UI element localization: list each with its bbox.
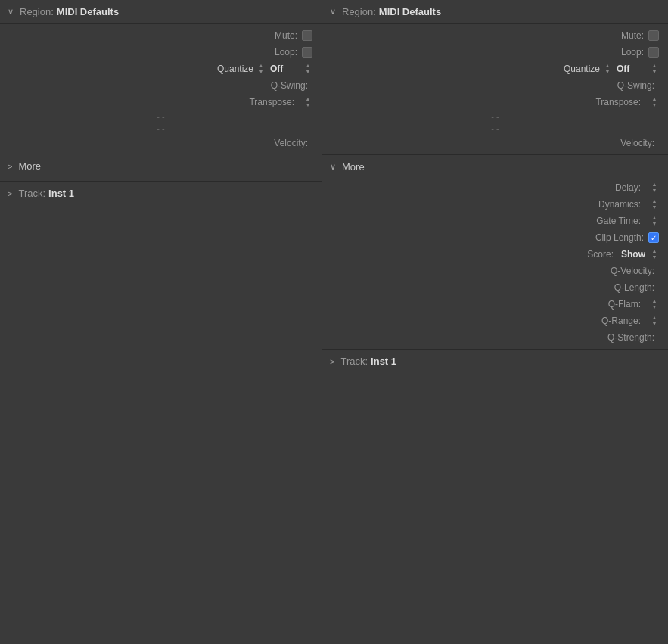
right-dash-row-1: - - <box>322 110 668 123</box>
left-dash-1-text: - - <box>157 112 164 121</box>
right-gate-time-stepper[interactable]: ▲ ▼ <box>650 215 659 227</box>
right-quantize-down-icon[interactable]: ▼ <box>603 69 612 75</box>
right-loop-row: Loop: <box>322 44 668 61</box>
right-transpose-up-icon[interactable]: ▲ <box>650 96 659 102</box>
right-q-range-label: Q-Range: <box>601 316 641 326</box>
left-transpose-stepper[interactable]: ▲ ▼ <box>303 96 312 108</box>
left-quantize-right-down-icon[interactable]: ▼ <box>303 69 312 75</box>
right-clip-length-label: Clip Length: <box>595 232 644 243</box>
right-qswing-row: Q-Swing: <box>322 77 668 94</box>
right-qswing-label: Q-Swing: <box>617 80 654 91</box>
right-form-rows: Mute: Loop: Quantize ▲ ▼ Off ▲ ▼ Q-Swing… <box>322 24 668 154</box>
left-transpose-up-icon[interactable]: ▲ <box>303 96 312 102</box>
right-section-chevron-down-icon[interactable]: ∨ <box>330 7 336 17</box>
right-dynamics-label: Dynamics: <box>598 199 641 210</box>
right-delay-stepper[interactable]: ▲ ▼ <box>650 182 659 194</box>
left-form-rows: Mute: Loop: Quantize ▲ ▼ Off ▲ ▼ Q-Swing… <box>0 24 322 154</box>
left-quantize-up-icon[interactable]: ▲ <box>256 63 266 69</box>
right-dynamics-row: Dynamics: ▲ ▼ <box>322 196 668 213</box>
right-q-range-stepper[interactable]: ▲ ▼ <box>650 315 659 327</box>
right-more-chevron-down-icon[interactable]: ∨ <box>330 162 336 172</box>
left-qswing-label: Q-Swing: <box>271 80 308 91</box>
right-gate-time-down-icon[interactable]: ▼ <box>650 221 659 227</box>
right-section-header[interactable]: ∨ Region: MIDI Defaults <box>322 0 668 24</box>
right-velocity-row: Velocity: <box>322 135 668 151</box>
right-transpose-label: Transpose: <box>595 97 641 107</box>
right-quantize-stepper[interactable]: ▲ ▼ <box>603 63 612 75</box>
right-delay-label: Delay: <box>615 182 641 193</box>
right-score-up-icon[interactable]: ▲ <box>650 248 659 254</box>
right-gate-time-up-icon[interactable]: ▲ <box>650 215 659 221</box>
right-more-expanded-section: Delay: ▲ ▼ Dynamics: ▲ ▼ Gate Time: ▲ ▼ … <box>322 179 668 346</box>
left-transpose-down-icon[interactable]: ▼ <box>303 102 312 108</box>
right-track-row[interactable]: > Track: Inst 1 <box>322 349 668 373</box>
right-score-down-icon[interactable]: ▼ <box>650 254 659 260</box>
right-gate-time-label: Gate Time: <box>596 216 641 226</box>
right-q-flam-up-icon[interactable]: ▲ <box>650 298 659 304</box>
left-velocity-label: Velocity: <box>274 138 308 148</box>
right-loop-checkbox[interactable] <box>648 47 659 58</box>
left-quantize-stepper[interactable]: ▲ ▼ <box>256 63 266 75</box>
right-q-velocity-label: Q-Velocity: <box>611 266 654 276</box>
right-more-row[interactable]: ∨ More <box>322 154 668 179</box>
right-dynamics-up-icon[interactable]: ▲ <box>650 198 659 204</box>
right-clip-length-checkbox[interactable]: ✓ <box>648 232 659 243</box>
right-q-flam-row: Q-Flam: ▲ ▼ <box>322 296 668 313</box>
right-q-flam-down-icon[interactable]: ▼ <box>650 304 659 310</box>
right-transpose-down-icon[interactable]: ▼ <box>650 102 659 108</box>
left-more-chevron-right-icon[interactable]: > <box>8 162 12 171</box>
right-dynamics-stepper[interactable]: ▲ ▼ <box>650 198 659 210</box>
right-track-name: Inst 1 <box>371 356 396 367</box>
right-quantize-right-up-icon[interactable]: ▲ <box>650 63 659 69</box>
right-quantize-value: Off <box>617 64 647 74</box>
right-delay-row: Delay: ▲ ▼ <box>322 179 668 196</box>
left-more-row[interactable]: > More <box>0 154 322 178</box>
right-score-stepper[interactable]: ▲ ▼ <box>650 248 659 260</box>
right-score-value: Show <box>621 249 645 260</box>
left-transpose-row: Transpose: ▲ ▼ <box>0 94 322 110</box>
left-loop-row: Loop: <box>0 44 322 61</box>
left-mute-checkbox[interactable] <box>302 30 312 41</box>
right-q-range-row: Q-Range: ▲ ▼ <box>322 313 668 329</box>
right-dash-1-text: - - <box>491 112 499 121</box>
right-dash-2-text: - - <box>491 124 499 133</box>
left-dash-2-text: - - <box>157 124 164 133</box>
left-track-label: Track: <box>18 188 45 199</box>
right-delay-up-icon[interactable]: ▲ <box>650 182 659 188</box>
right-q-range-up-icon[interactable]: ▲ <box>650 315 659 321</box>
left-mute-row: Mute: <box>0 27 322 44</box>
left-quantize-right-stepper[interactable]: ▲ ▼ <box>303 63 312 75</box>
right-transpose-stepper[interactable]: ▲ ▼ <box>650 96 659 108</box>
right-quantize-up-icon[interactable]: ▲ <box>603 63 612 69</box>
left-track-row[interactable]: > Track: Inst 1 <box>0 181 322 205</box>
right-score-row: Score: Show ▲ ▼ <box>322 246 668 263</box>
left-qswing-row: Q-Swing: <box>0 77 322 94</box>
right-transpose-row: Transpose: ▲ ▼ <box>322 94 668 110</box>
left-more-label: More <box>18 160 41 172</box>
right-delay-down-icon[interactable]: ▼ <box>650 188 659 194</box>
left-quantize-right-up-icon[interactable]: ▲ <box>303 63 312 69</box>
left-velocity-row: Velocity: <box>0 135 322 151</box>
left-mute-label: Mute: <box>275 30 297 41</box>
right-q-length-row: Q-Length: <box>322 279 668 296</box>
right-quantize-row: Quantize ▲ ▼ Off ▲ ▼ <box>322 61 668 77</box>
left-section-header[interactable]: ∨ Region: MIDI Defaults <box>0 0 322 24</box>
right-loop-label: Loop: <box>621 47 644 58</box>
right-track-chevron-right-icon[interactable]: > <box>330 357 334 366</box>
left-track-chevron-right-icon[interactable]: > <box>8 189 12 198</box>
right-velocity-label: Velocity: <box>620 138 654 148</box>
right-mute-row: Mute: <box>322 27 668 44</box>
right-q-velocity-row: Q-Velocity: <box>322 263 668 279</box>
right-q-flam-stepper[interactable]: ▲ ▼ <box>650 298 659 310</box>
right-q-range-down-icon[interactable]: ▼ <box>650 321 659 327</box>
right-dynamics-down-icon[interactable]: ▼ <box>650 204 659 210</box>
right-quantize-right-stepper[interactable]: ▲ ▼ <box>650 63 659 75</box>
left-transpose-label: Transpose: <box>249 97 294 107</box>
right-quantize-right-down-icon[interactable]: ▼ <box>650 69 659 75</box>
right-score-label: Score: <box>587 249 614 260</box>
left-loop-checkbox[interactable] <box>302 47 312 58</box>
left-section-chevron-down-icon[interactable]: ∨ <box>8 7 14 17</box>
right-panel: ∨ Region: MIDI Defaults Mute: Loop: Quan… <box>322 0 668 644</box>
left-quantize-down-icon[interactable]: ▼ <box>256 69 266 75</box>
right-mute-checkbox[interactable] <box>648 30 659 41</box>
